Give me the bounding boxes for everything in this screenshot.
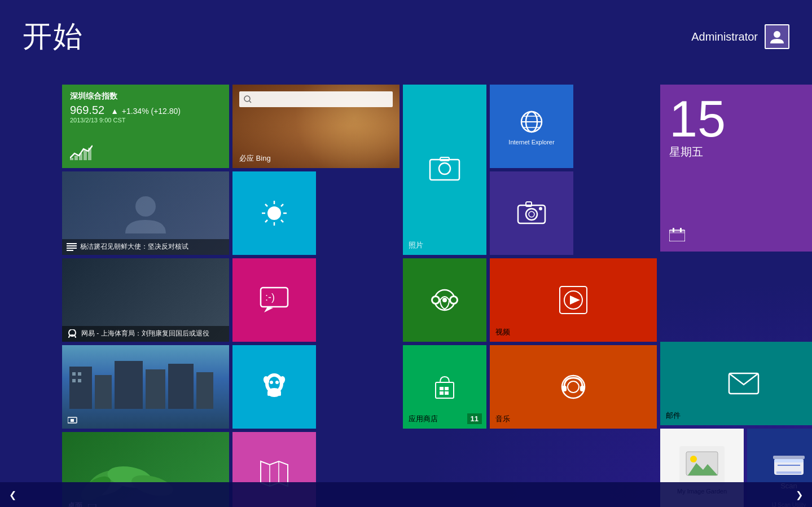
- qq-tile[interactable]: QQ: [232, 345, 316, 429]
- news2-text: 网易 - 上海体育局：刘翔康复回国后或退役: [81, 329, 209, 338]
- camera-icon: [517, 201, 546, 226]
- svg-line-40: [281, 204, 283, 206]
- store-label: 应用商店: [409, 414, 438, 424]
- stock-value: 969.52 ▲ +1.34% (+12.80): [70, 104, 221, 117]
- camera-tile[interactable]: 相机: [490, 171, 573, 255]
- svg-rect-5: [88, 148, 91, 160]
- user-info[interactable]: Administrator: [691, 24, 789, 49]
- games-video-row: 游戏 视频: [403, 258, 657, 342]
- svg-rect-1: [70, 158, 73, 160]
- bing-search[interactable]: [239, 91, 393, 107]
- tiles-main: 深圳综合指数 969.52 ▲ +1.34% (+12.80) 2013/2/1…: [62, 85, 812, 507]
- calendar-day: 15: [669, 94, 812, 144]
- stock-date: 2013/2/13 9:00 CST: [70, 117, 221, 124]
- svg-rect-13: [95, 375, 112, 409]
- video-icon: [559, 285, 588, 315]
- svg-rect-82: [445, 391, 449, 395]
- svg-rect-9: [67, 248, 77, 249]
- svg-point-97: [690, 456, 697, 462]
- news2-overlay: 网易 - 上海体育局：刘翔康复回国后或退役: [62, 326, 229, 342]
- myimage-icon: [685, 451, 719, 482]
- svg-point-73: [451, 297, 457, 303]
- svg-point-46: [270, 381, 273, 384]
- svg-rect-3: [79, 153, 82, 160]
- svg-point-84: [568, 381, 579, 393]
- bing-tile[interactable]: 必应 Bing: [232, 85, 400, 168]
- svg-point-65: [526, 209, 537, 220]
- svg-point-72: [433, 297, 438, 303]
- calendar-icon: [669, 228, 685, 244]
- mail-icon: [728, 371, 760, 396]
- col3: 照片 Internet Explorer: [403, 85, 657, 507]
- store-icon: [430, 372, 459, 402]
- taskbar-left-arrow[interactable]: ❮: [5, 487, 21, 502]
- svg-rect-90: [680, 228, 682, 232]
- svg-point-57: [439, 163, 450, 174]
- svg-line-41: [265, 220, 267, 222]
- svg-line-32: [249, 101, 251, 103]
- msg-tile[interactable]: :-) 消息: [232, 258, 316, 342]
- svg-rect-103: [778, 465, 800, 466]
- mail-people-row: 邮件 人脉: [660, 342, 812, 425]
- photo-tile[interactable]: 照片: [403, 85, 486, 255]
- col1: 深圳综合指数 969.52 ▲ +1.34% (+12.80) 2013/2/1…: [62, 85, 229, 507]
- weather-tile[interactable]: 天气: [232, 171, 316, 255]
- news2-tile[interactable]: 网易 - 上海体育局：刘翔康复回国后或退役: [62, 258, 229, 342]
- taskbar-right-arrow[interactable]: ❯: [791, 487, 807, 502]
- svg-rect-14: [115, 361, 143, 409]
- svg-rect-21: [78, 379, 81, 382]
- svg-point-6: [135, 196, 156, 217]
- svg-point-74: [442, 298, 447, 302]
- games-tile[interactable]: 游戏: [403, 258, 486, 342]
- svg-rect-80: [445, 387, 449, 390]
- svg-rect-8: [67, 245, 77, 246]
- svg-rect-16: [168, 364, 194, 409]
- photo-icon: [429, 156, 460, 183]
- svg-point-31: [244, 96, 250, 102]
- svg-rect-101: [776, 471, 801, 474]
- avatar: [765, 24, 789, 49]
- svg-rect-81: [440, 391, 444, 395]
- svg-point-68: [539, 207, 542, 210]
- ie-label: Internet Explorer: [508, 139, 554, 146]
- ie-col: Internet Explorer 相机: [490, 85, 573, 255]
- svg-rect-2: [74, 156, 78, 160]
- username: Administrator: [691, 30, 758, 43]
- message-icon: :-): [260, 286, 289, 314]
- page-title: 开始: [23, 17, 84, 56]
- mail-tile[interactable]: 邮件: [660, 342, 812, 425]
- music-label: 音乐: [495, 414, 510, 424]
- video-tile[interactable]: 视频: [490, 258, 657, 342]
- col2: 必应 Bing 天气 :-) 消息: [232, 85, 400, 507]
- svg-rect-86: [580, 386, 585, 391]
- news1-tile[interactable]: 杨洁篪召见朝鲜大使：坚决反对核试: [62, 171, 229, 255]
- svg-rect-79: [440, 387, 444, 390]
- svg-rect-23: [71, 419, 74, 422]
- svg-rect-4: [84, 150, 87, 160]
- svg-rect-19: [78, 372, 81, 376]
- svg-rect-15: [146, 369, 165, 409]
- calendar-tile[interactable]: 15 星期五: [660, 85, 812, 252]
- stock-tile[interactable]: 深圳综合指数 969.52 ▲ +1.34% (+12.80) 2013/2/1…: [62, 85, 229, 168]
- ie-icon: [517, 107, 546, 136]
- ie-tile[interactable]: Internet Explorer: [490, 85, 573, 168]
- svg-text::-): :-): [265, 292, 275, 303]
- svg-point-66: [529, 211, 534, 217]
- cal-right: 15 星期五: [660, 85, 812, 338]
- video-label: 视频: [495, 327, 510, 337]
- svg-marker-77: [570, 296, 580, 305]
- svg-rect-17: [196, 372, 213, 409]
- building-tile[interactable]: [62, 345, 229, 429]
- music-icon: [559, 372, 588, 402]
- svg-point-33: [267, 206, 281, 220]
- svg-rect-100: [774, 459, 804, 462]
- photo-col: 照片: [403, 85, 486, 255]
- photo-label: 照片: [409, 240, 423, 250]
- music-tile[interactable]: 音乐: [490, 345, 657, 429]
- sun-icon: [260, 199, 289, 228]
- svg-line-39: [281, 220, 283, 222]
- svg-rect-20: [72, 379, 76, 382]
- svg-rect-102: [773, 456, 805, 459]
- news1-text: 杨洁篪召见朝鲜大使：坚决反对核试: [80, 243, 188, 252]
- store-tile[interactable]: 应用商店 11: [403, 345, 486, 429]
